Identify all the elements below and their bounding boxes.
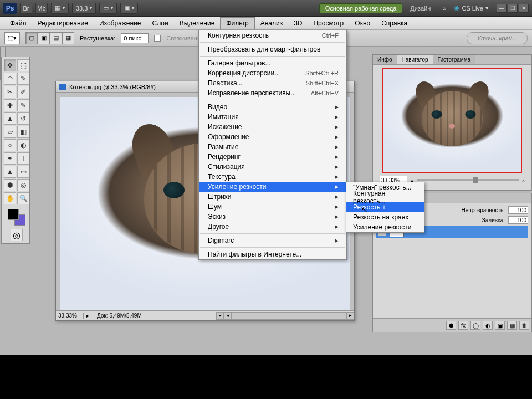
menu-редактирование[interactable]: Редактирование — [32, 18, 94, 29]
opacity-input[interactable] — [508, 206, 528, 214]
move-tool[interactable]: ✥ — [4, 59, 16, 71]
select-subtract[interactable]: ▤ — [50, 32, 62, 44]
minibridge-button[interactable]: Mb — [35, 3, 48, 14]
filter-item[interactable]: Текстура▶ — [199, 172, 346, 182]
type-tool[interactable]: T — [17, 152, 29, 165]
zoom-level-dropdown[interactable]: 33,3▾ — [72, 3, 96, 14]
filter-item[interactable]: Контурная резкостьCtrl+F — [199, 30, 346, 40]
foreground-color[interactable] — [8, 209, 19, 220]
sharpen-item[interactable]: Резкость на краях — [346, 212, 424, 222]
menu-анализ[interactable]: Анализ — [255, 18, 289, 29]
3d-camera-tool[interactable]: ◎ — [17, 179, 29, 191]
zoom-in-icon[interactable]: ▵ — [522, 177, 525, 183]
sharpen-item[interactable]: Контурная резкость... — [346, 192, 424, 202]
delete-layer-icon[interactable]: 🗑 — [519, 321, 529, 330]
filter-item[interactable]: Размытие▶ — [199, 142, 346, 152]
layer-mask-icon[interactable]: ◯ — [470, 321, 480, 330]
filter-item[interactable]: Исправление перспективы...Alt+Ctrl+V — [199, 88, 346, 98]
eraser-tool[interactable]: ▱ — [4, 126, 16, 138]
refine-edge-button[interactable] — [467, 32, 528, 44]
fill-input[interactable] — [508, 216, 528, 224]
bridge-button[interactable]: Br — [20, 3, 32, 14]
hscroll-left[interactable]: ◂ — [224, 312, 232, 320]
eyedropper-tool[interactable]: ✐ — [17, 86, 29, 98]
panel-tab-Гистограмма[interactable]: Гистограмма — [433, 55, 476, 64]
hscrollbar[interactable] — [232, 312, 346, 320]
select-add[interactable]: ▣ — [38, 32, 50, 44]
menu-слои[interactable]: Слои — [147, 18, 174, 29]
filter-item[interactable]: Имитация▶ — [199, 112, 346, 122]
filter-item[interactable]: Искажение▶ — [199, 122, 346, 132]
menu-файл[interactable]: Файл — [4, 18, 32, 29]
healing-tool[interactable]: ✚ — [4, 99, 16, 111]
filter-item[interactable]: Эскиз▶ — [199, 212, 346, 222]
color-swatches[interactable] — [4, 206, 29, 226]
new-group-icon[interactable]: ▣ — [495, 321, 505, 330]
menu-3d[interactable]: 3D — [288, 18, 308, 29]
panel-tab-Навигатор[interactable]: Навигатор — [397, 55, 433, 64]
select-intersect[interactable]: ▦ — [62, 32, 74, 44]
screen-mode-dropdown[interactable]: ▣▾ — [120, 3, 138, 14]
sharpen-item[interactable]: Усиление резкости — [346, 222, 424, 232]
filter-item[interactable]: Видео▶ — [199, 102, 346, 112]
menu-окно[interactable]: Окно — [349, 18, 376, 29]
path-select-tool[interactable]: ▲ — [4, 166, 16, 178]
arrange-dropdown[interactable]: ▭▾ — [99, 3, 117, 14]
menu-справка[interactable]: Справка — [376, 18, 413, 29]
layer-fx-icon[interactable]: fx — [458, 321, 468, 330]
antialias-checkbox[interactable] — [154, 35, 161, 42]
menu-фильтр[interactable]: Фильтр — [220, 17, 254, 29]
history-brush-tool[interactable]: ↺ — [17, 112, 29, 125]
new-layer-icon[interactable]: ▦ — [507, 321, 517, 330]
adjustment-layer-icon[interactable]: ◐ — [483, 321, 493, 330]
blur-tool[interactable]: ○ — [4, 139, 16, 151]
filter-item[interactable]: Оформление▶ — [199, 132, 346, 142]
brush-tool[interactable]: ✎ — [17, 99, 29, 111]
filter-item[interactable]: Преобразовать для смарт-фильтров — [199, 44, 346, 54]
workspace-selector[interactable]: Основная рабочая среда — [319, 3, 403, 13]
shape-tool[interactable]: ▭ — [17, 166, 29, 178]
hand-tool[interactable]: ✋ — [4, 192, 16, 204]
quick-mask-toggle[interactable]: ◎ — [11, 229, 23, 241]
menu-просмотр[interactable]: Просмотр — [308, 18, 349, 29]
workspace-more[interactable]: » — [438, 5, 451, 12]
pen-tool[interactable]: ✒ — [4, 152, 16, 165]
select-new[interactable]: ▢ — [25, 32, 38, 44]
filter-item[interactable]: Штрихи▶ — [199, 192, 346, 202]
lasso-tool[interactable]: ◠ — [4, 73, 16, 85]
filter-item[interactable]: Коррекция дисторсии...Shift+Ctrl+R — [199, 68, 346, 78]
cslive-dropdown[interactable]: ◉CS Live▾ — [454, 4, 489, 12]
dodge-tool[interactable]: ◐ — [17, 139, 29, 151]
quick-select-tool[interactable]: ✎ — [17, 73, 29, 85]
tool-preset-picker[interactable]: ⬚▾ — [4, 32, 20, 44]
status-zoom[interactable]: 33,33% — [56, 313, 84, 319]
filter-item[interactable]: Галерея фильтров... — [199, 58, 346, 68]
clone-tool[interactable]: ▲ — [4, 112, 16, 125]
workspace-design[interactable]: Дизайн — [406, 5, 435, 12]
filter-item[interactable]: Пластика...Shift+Ctrl+X — [199, 78, 346, 88]
view-extras-dropdown[interactable]: ▦▾ — [51, 3, 69, 14]
navigator-zoom-slider[interactable] — [417, 179, 519, 181]
crop-tool[interactable]: ✂ — [4, 86, 16, 98]
menu-изображение[interactable]: Изображение — [94, 18, 147, 29]
filter-item[interactable]: Усиление резкости▶ — [199, 182, 346, 192]
gradient-tool[interactable]: ◧ — [17, 126, 29, 138]
zoom-tool[interactable]: 🔍 — [17, 192, 29, 204]
filter-item[interactable]: Рендеринг▶ — [199, 152, 346, 162]
close-button[interactable]: ✕ — [519, 4, 529, 13]
filter-item[interactable]: Шум▶ — [199, 202, 346, 212]
3d-tool[interactable]: ⬢ — [4, 179, 16, 191]
filter-item[interactable]: Стилизация▶ — [199, 162, 346, 172]
maximize-button[interactable]: ☐ — [508, 4, 518, 13]
link-layers-icon[interactable]: ⬢ — [446, 321, 456, 330]
filter-item[interactable]: Digimarc▶ — [199, 236, 346, 245]
hscroll-right[interactable]: ▸ — [216, 312, 224, 320]
feather-input[interactable] — [121, 33, 149, 43]
menu-выделение[interactable]: Выделение — [174, 18, 221, 29]
hscroll-end[interactable]: ▸ — [346, 312, 354, 320]
status-docinfo[interactable]: Док: 5,49M/5,49M — [91, 313, 216, 319]
marquee-tool[interactable]: ⬚ — [17, 59, 29, 71]
panel-tab-Инфо[interactable]: Инфо — [373, 55, 397, 64]
minimize-button[interactable]: — — [497, 4, 507, 13]
filter-item[interactable]: Другое▶ — [199, 222, 346, 232]
